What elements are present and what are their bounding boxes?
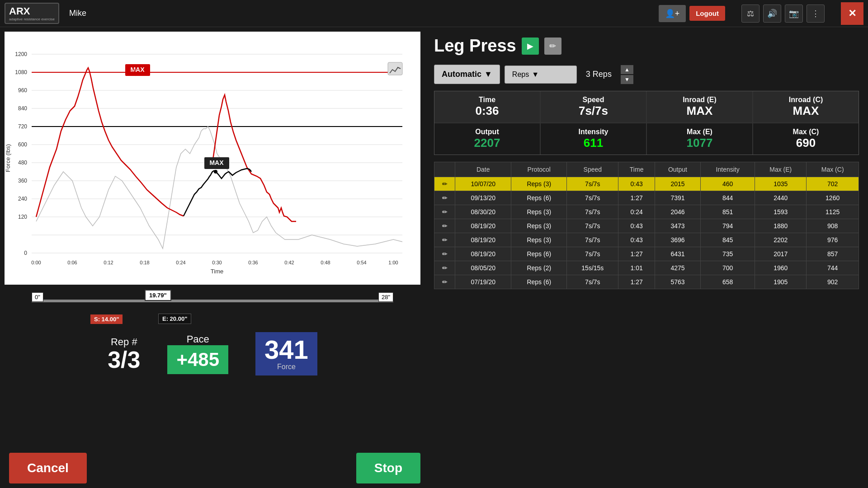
inroad-c-header-cell: Inroad (C) MAX	[753, 91, 859, 122]
main-content: 1200 1080 960 840 720 600 480 360 240 12…	[0, 27, 868, 488]
table-row: ✏08/05/20Reps (2)15s/15s1:01427570019607…	[434, 261, 859, 275]
max-c-cell: 976	[807, 233, 859, 247]
protocol-cell: Reps (2)	[511, 261, 567, 275]
mode-dropdown[interactable]: Automatic ▼	[434, 65, 500, 84]
col-protocol: Protocol	[511, 162, 567, 177]
pace-label: Pace	[167, 333, 228, 345]
max-e-cell: 1593	[755, 205, 807, 219]
max-e-cell: 1880	[755, 219, 807, 233]
time-cell: 0:43	[618, 177, 655, 191]
force-box: 341 Force	[255, 332, 317, 375]
max-e-cell: 1905	[755, 275, 807, 289]
speed-cell: 7s/7s	[567, 191, 618, 205]
edit-cell[interactable]: ✏	[434, 261, 455, 275]
output-cell: 6431	[655, 247, 700, 261]
date-cell: 08/19/20	[455, 247, 511, 261]
edit-button[interactable]: ✏	[544, 38, 561, 55]
col-date: Date	[455, 162, 511, 177]
max-c-cell: 744	[807, 261, 859, 275]
svg-text:1080: 1080	[15, 69, 27, 75]
start-range-label: S: 14.00"	[90, 314, 123, 324]
svg-text:0:06: 0:06	[67, 260, 77, 265]
table-row: ✏07/19/20Reps (6)7s/7s1:2757636581905902	[434, 275, 859, 289]
svg-text:360: 360	[18, 178, 27, 184]
intensity-cell: 845	[701, 233, 755, 247]
protocol-cell: Reps (3)	[511, 177, 567, 191]
output-cell: 4275	[655, 261, 700, 275]
max-c-cell: 702	[807, 177, 859, 191]
svg-text:Time: Time	[211, 268, 223, 275]
force-value: 341	[264, 337, 308, 363]
col-max-c: Max (C)	[807, 162, 859, 177]
close-button[interactable]: ✕	[841, 2, 863, 25]
reps-stepper: ▲ ▼	[621, 65, 633, 84]
logo-area: ARX adaptive resistance exercise Mike	[5, 3, 86, 24]
controls-row: Automatic ▼ Reps ▼ 3 Reps ▲ ▼	[434, 65, 859, 84]
cancel-button[interactable]: Cancel	[9, 453, 87, 483]
protocol-cell: Reps (3)	[511, 205, 567, 219]
reps-down-button[interactable]: ▼	[621, 75, 633, 84]
protocol-dropdown[interactable]: Reps ▼	[505, 66, 577, 84]
edit-cell[interactable]: ✏	[434, 177, 455, 191]
time-cell: 1:27	[618, 275, 655, 289]
header: ARX adaptive resistance exercise Mike 👤+…	[0, 0, 868, 27]
stats-grid: Time 0:36 Speed 7s/7s Inroad (E) MAX Inr…	[434, 91, 859, 155]
svg-text:960: 960	[18, 87, 27, 94]
col-edit	[434, 162, 455, 177]
history-table: Date Protocol Speed Time Output Intensit…	[434, 162, 859, 479]
time-header-cell: Time 0:36	[434, 91, 540, 122]
table-row: ✏08/19/20Reps (3)7s/7s0:4336968452202976	[434, 233, 859, 247]
time-cell: 0:43	[618, 219, 655, 233]
table-row: ✏10/07/20Reps (3)7s/7s0:4320154601035702	[434, 177, 859, 191]
add-user-button[interactable]: 👤+	[659, 5, 686, 22]
intensity-cell: 460	[701, 177, 755, 191]
svg-text:1200: 1200	[15, 51, 27, 57]
svg-text:0:30: 0:30	[212, 260, 222, 265]
user-name: Mike	[69, 9, 86, 18]
rep-info-row: Rep # 3/3 Pace +485 341 Force	[5, 332, 420, 375]
logout-button[interactable]: Logout	[689, 6, 725, 21]
volume-icon-button[interactable]: 🔊	[763, 5, 781, 23]
edit-cell[interactable]: ✏	[434, 247, 455, 261]
left-panel: 1200 1080 960 840 720 600 480 360 240 12…	[0, 27, 425, 488]
scale-icon-button[interactable]: ⚖	[741, 5, 760, 23]
timeline-bar	[32, 300, 393, 302]
speed-cell: 7s/7s	[567, 275, 618, 289]
date-cell: 07/19/20	[455, 275, 511, 289]
header-right: 👤+ Logout ⚖ 🔊 📷 ⋮ ✕	[659, 2, 863, 25]
svg-text:Force (lbs): Force (lbs)	[5, 144, 11, 172]
menu-icon-button[interactable]: ⋮	[807, 5, 825, 23]
svg-text:840: 840	[18, 105, 27, 112]
svg-rect-0	[5, 32, 411, 276]
svg-text:0:54: 0:54	[357, 260, 366, 265]
edit-cell[interactable]: ✏	[434, 233, 455, 247]
max-e-cell: Max (E) 1077	[647, 123, 752, 155]
logo-text: ARX	[9, 5, 30, 17]
stop-button[interactable]: Stop	[356, 453, 420, 483]
svg-text:0: 0	[24, 250, 27, 256]
edit-cell[interactable]: ✏	[434, 191, 455, 205]
logo-sub: adaptive resistance exercise	[9, 17, 55, 21]
protocol-cell: Reps (3)	[511, 219, 567, 233]
svg-text:0:42: 0:42	[284, 260, 294, 265]
svg-text:0:36: 0:36	[248, 260, 258, 265]
edit-cell[interactable]: ✏	[434, 205, 455, 219]
svg-text:600: 600	[18, 141, 27, 148]
edit-cell[interactable]: ✏	[434, 219, 455, 233]
edit-cell[interactable]: ✏	[434, 275, 455, 289]
table-row: ✏08/19/20Reps (3)7s/7s0:4334737941880908	[434, 219, 859, 233]
table-row: ✏09/13/20Reps (6)7s/7s1:2773918442440126…	[434, 191, 859, 205]
reps-display: 3 Reps	[581, 70, 616, 79]
intensity-cell: 794	[701, 219, 755, 233]
rep-range-area: 0" 19.79" 28" S: 14.00" E: 20.00"	[5, 287, 420, 328]
max-c-cell: 908	[807, 219, 859, 233]
protocol-cell: Reps (3)	[511, 233, 567, 247]
date-cell: 10/07/20	[455, 177, 511, 191]
camera-icon-button[interactable]: 📷	[785, 5, 803, 23]
svg-text:240: 240	[18, 196, 27, 202]
reps-up-button[interactable]: ▲	[621, 65, 633, 74]
play-button[interactable]: ▶	[522, 38, 539, 55]
intensity-cell: 851	[701, 205, 755, 219]
time-cell: 0:24	[618, 205, 655, 219]
max-e-cell: 2017	[755, 247, 807, 261]
